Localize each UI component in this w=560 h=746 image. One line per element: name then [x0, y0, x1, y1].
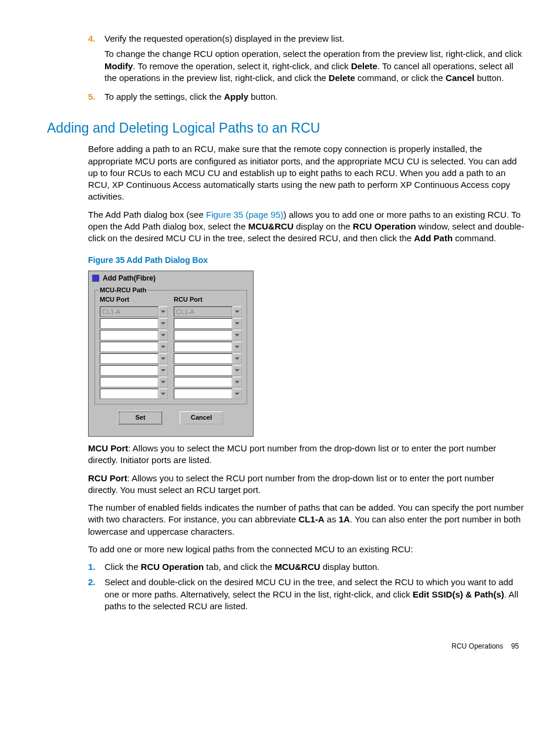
- rcu-port-input[interactable]: [174, 353, 232, 364]
- step-number: 2.: [88, 576, 104, 612]
- chevron-down-icon[interactable]: [232, 389, 242, 399]
- step-text: Verify the requested operation(s) displa…: [104, 33, 525, 45]
- paragraph-to-add: To add one or more new logical paths fro…: [88, 544, 525, 555]
- chevron-down-icon: [158, 306, 168, 317]
- step-text: To apply the settings, click the Apply b…: [104, 91, 525, 103]
- rcu-port-input[interactable]: [174, 389, 232, 399]
- chevron-down-icon[interactable]: [232, 330, 242, 340]
- port-row: [100, 330, 242, 340]
- figure-caption: Figure 35 Add Path Dialog Box: [88, 255, 525, 266]
- chevron-down-icon[interactable]: [158, 330, 168, 340]
- mcu-rcu-path-group: MCU-RCU Path MCU Port RCU Port CL1-ACL1-…: [95, 290, 247, 404]
- text: The Add Path dialog box (see: [88, 210, 206, 220]
- mcu-port-cell: [100, 318, 168, 329]
- port-row: [100, 389, 242, 399]
- rcu-port-definition: RCU Port: Allows you to select the RCU p…: [88, 472, 525, 497]
- chevron-down-icon[interactable]: [158, 389, 168, 399]
- step-item: 1.Click the RCU Operation tab, and click…: [88, 561, 525, 573]
- mcu-port-cell: CL1-A: [100, 306, 168, 317]
- chevron-down-icon[interactable]: [232, 377, 242, 387]
- rcu-port-cell: [174, 342, 242, 352]
- mcu-port-header: MCU Port: [100, 295, 168, 304]
- rcu-port-input[interactable]: [174, 377, 232, 387]
- step-number: 1.: [88, 561, 104, 573]
- mcu-port-input[interactable]: [100, 342, 158, 352]
- footer-page-number: 95: [511, 642, 519, 650]
- chevron-down-icon: [232, 306, 242, 317]
- page-footer: RCU Operations 95: [47, 642, 525, 651]
- mcu-port-input: CL1-A: [100, 306, 158, 317]
- dialog-titlebar: Add Path(Fibre): [89, 271, 253, 285]
- rcu-port-cell: CL1-A: [174, 306, 242, 317]
- window-icon: [92, 275, 99, 282]
- rcu-port-cell: [174, 389, 242, 399]
- mcu-port-cell: [100, 330, 168, 340]
- step-item: 5.To apply the settings, click the Apply…: [88, 91, 525, 106]
- mcu-port-cell: [100, 342, 168, 352]
- chevron-down-icon[interactable]: [158, 342, 168, 352]
- step-text: Select and double-click on the desired M…: [104, 576, 525, 612]
- port-row: CL1-ACL1-A: [100, 306, 242, 317]
- port-row: [100, 365, 242, 376]
- mcu-port-cell: [100, 377, 168, 387]
- step-body: To apply the settings, click the Apply b…: [104, 91, 525, 106]
- rcu-port-input: CL1-A: [174, 306, 232, 317]
- step-text: To change the change RCU option operatio…: [104, 48, 525, 84]
- cancel-button[interactable]: Cancel: [180, 411, 223, 424]
- port-row: [100, 318, 242, 329]
- rcu-port-input[interactable]: [174, 342, 232, 352]
- rcu-port-cell: [174, 365, 242, 376]
- add-path-dialog: Add Path(Fibre) MCU-RCU Path MCU Port RC…: [88, 271, 254, 437]
- step-number: 5.: [88, 91, 104, 106]
- mcu-port-input[interactable]: [100, 353, 158, 364]
- intro-paragraph-1: Before adding a path to an RCU, make sur…: [88, 143, 525, 202]
- mcu-port-input[interactable]: [100, 377, 158, 387]
- group-legend: MCU-RCU Path: [99, 286, 147, 295]
- rcu-port-cell: [174, 377, 242, 387]
- rcu-port-input[interactable]: [174, 330, 232, 340]
- chevron-down-icon[interactable]: [158, 365, 168, 376]
- section-heading: Adding and Deleting Logical Paths to an …: [47, 119, 525, 137]
- mcu-port-input[interactable]: [100, 389, 158, 399]
- paragraph-port-format: The number of enabled fields indicates t…: [88, 502, 525, 538]
- chevron-down-icon[interactable]: [232, 342, 242, 352]
- rcu-port-input[interactable]: [174, 318, 232, 329]
- step-item: 2.Select and double-click on the desired…: [88, 576, 525, 612]
- step-text: Click the RCU Operation tab, and click t…: [104, 561, 525, 573]
- mcu-port-cell: [100, 365, 168, 376]
- mcu-port-definition: MCU Port: Allows you to select the MCU p…: [88, 443, 525, 467]
- rcu-port-header: RCU Port: [174, 295, 242, 304]
- chevron-down-icon[interactable]: [232, 318, 242, 329]
- chevron-down-icon[interactable]: [158, 377, 168, 387]
- chevron-down-icon[interactable]: [232, 365, 242, 376]
- rcu-port-input[interactable]: [174, 365, 232, 376]
- port-row: [100, 342, 242, 352]
- step-number: 4.: [88, 33, 104, 87]
- chevron-down-icon[interactable]: [158, 318, 168, 329]
- mcu-port-input[interactable]: [100, 330, 158, 340]
- rcu-port-cell: [174, 330, 242, 340]
- mcu-port-cell: [100, 389, 168, 399]
- port-row: [100, 377, 242, 387]
- mcu-port-input[interactable]: [100, 318, 158, 329]
- dialog-title-text: Add Path(Fibre): [103, 274, 156, 283]
- rcu-port-cell: [174, 318, 242, 329]
- mcu-port-cell: [100, 353, 168, 364]
- step-item: 4.Verify the requested operation(s) disp…: [88, 33, 525, 87]
- set-button[interactable]: Set: [119, 411, 162, 424]
- rcu-port-cell: [174, 353, 242, 364]
- step-body: Verify the requested operation(s) displa…: [104, 33, 525, 87]
- mcu-port-input[interactable]: [100, 365, 158, 376]
- port-row: [100, 353, 242, 364]
- chevron-down-icon[interactable]: [232, 353, 242, 364]
- chevron-down-icon[interactable]: [158, 353, 168, 364]
- figure-link[interactable]: Figure 35 (page 95): [206, 210, 284, 220]
- footer-section: RCU Operations: [451, 642, 503, 650]
- intro-paragraph-2: The Add Path dialog box (see Figure 35 (…: [88, 209, 525, 245]
